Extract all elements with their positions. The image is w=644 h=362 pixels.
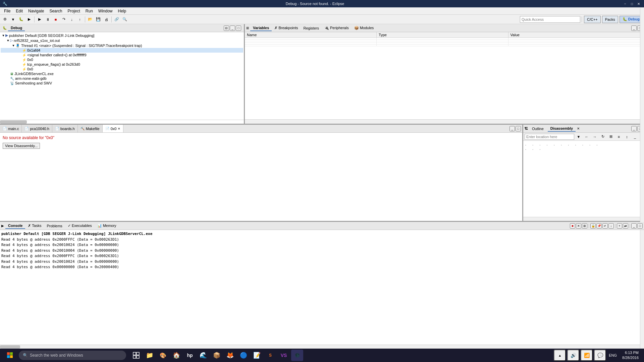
disasm-option1-btn[interactable]: ⊞	[607, 133, 614, 140]
vars-scroll-h[interactable]	[245, 120, 640, 124]
tab-pca10040[interactable]: 📄 pca10040.h	[22, 125, 52, 132]
menu-run[interactable]: Run	[83, 8, 96, 14]
tree-item-root[interactable]: ▼ ▶ publisher Default [GDB SEGGER J-Link…	[1, 33, 243, 38]
taskbar-app-vs[interactable]: VS	[278, 350, 290, 361]
step-over-btn[interactable]: ↷	[60, 16, 67, 23]
taskbar-app-eclipse[interactable]: 🌑	[291, 350, 303, 361]
tab-registers[interactable]: Registers	[301, 25, 321, 31]
tree-item-signal-handler[interactable]: ⚡ <signal handler called>() at 0xfffffff…	[1, 53, 243, 57]
menu-project[interactable]: Project	[65, 8, 83, 14]
suspend-btn[interactable]: ⏸	[44, 16, 51, 23]
taskbar-clock[interactable]: 6:13 PM 8/28/2016	[620, 350, 641, 361]
taskbar-search[interactable]: 🔍 Search the web and Windows	[19, 351, 126, 360]
taskbar-app-home[interactable]: 🏠	[170, 350, 182, 361]
tree-item-0x0-1[interactable]: ⚡ 0x0	[1, 57, 243, 62]
tray-speaker-btn[interactable]: 🔊	[567, 350, 579, 361]
vars-minimize-btn[interactable]: _	[631, 25, 637, 31]
perspective-packs[interactable]: Packs	[602, 16, 618, 23]
console-switch-btn[interactable]: ⇄	[623, 223, 628, 229]
toggle-root[interactable]: ▼	[1, 34, 5, 37]
tab-problems[interactable]: Problems	[44, 223, 65, 229]
tray-network-btn[interactable]: 📶	[581, 350, 593, 361]
console-scroll-lock-btn[interactable]: 🔒	[590, 223, 596, 229]
console-copy-btn[interactable]: ⊞	[582, 223, 587, 229]
console-maximize-btn[interactable]: □	[637, 223, 643, 229]
console-pin-btn[interactable]: 📌	[596, 223, 602, 229]
taskbar-app-segger[interactable]: S	[264, 350, 276, 361]
toggle-nrf[interactable]: ▼	[6, 39, 10, 42]
tray-notification-btn[interactable]: 💬	[594, 350, 606, 361]
tree-item-0x0-2[interactable]: ⚡ 0x0	[1, 67, 243, 71]
tab-peripherals[interactable]: 🔌 Peripherals	[322, 25, 352, 31]
debug-tab[interactable]: Debug	[8, 25, 25, 31]
tab-makefile[interactable]: 🔨 Makefile	[78, 125, 103, 132]
view-disassembly-button[interactable]: View Disassembly...	[3, 143, 40, 149]
taskbar-app-hp[interactable]: hp	[184, 350, 196, 361]
menu-search[interactable]: Search	[47, 8, 65, 14]
start-button[interactable]	[3, 350, 17, 361]
toolbar-save-btn[interactable]: 💾	[95, 16, 102, 23]
tray-expand-btn[interactable]: ▲	[554, 350, 566, 361]
tree-item-gdb[interactable]: 🔧 arm-none-eabi-gdb	[1, 76, 243, 81]
tab-console[interactable]: Console	[5, 223, 25, 229]
vars-scroll-v[interactable]	[640, 8, 644, 358]
menu-help[interactable]: Help	[115, 8, 129, 14]
taskbar-app-chrome[interactable]: 🔵	[237, 350, 250, 361]
tab-disassembly[interactable]: Disassembly	[548, 126, 576, 132]
editor-maximize-btn[interactable]: □	[516, 126, 521, 131]
collapse-all-btn[interactable]: ⊟	[224, 25, 229, 31]
stop-btn[interactable]: ■	[52, 16, 59, 23]
disasm-option3-btn[interactable]: ↕	[623, 133, 631, 140]
disasm-option2-btn[interactable]: ≡	[615, 133, 623, 140]
menu-file[interactable]: File	[1, 8, 13, 14]
toolbar-btn-1[interactable]: ⚙	[1, 16, 9, 23]
tree-item-nrf[interactable]: ▼ ▷ nrf52832_xxaa_s1xx_iot.out	[1, 38, 243, 43]
menu-navigate[interactable]: Navigate	[25, 8, 47, 14]
console-new-btn[interactable]: +	[617, 223, 622, 229]
step-return-btn[interactable]: ↑	[76, 16, 84, 23]
console-auto-scroll-btn[interactable]: ↓	[608, 223, 614, 229]
disasm-scroll-h[interactable]	[523, 217, 644, 221]
disasm-go-btn[interactable]: ▼	[575, 133, 582, 140]
tab-modules[interactable]: 📦 Modules	[352, 25, 377, 31]
disasm-forward-btn[interactable]: →	[591, 133, 598, 140]
toolbar-btn-4[interactable]: ▶	[25, 16, 33, 23]
resume-btn[interactable]: ▶	[36, 16, 43, 23]
tab-executables[interactable]: ✓ Executables	[65, 223, 95, 229]
taskbar-app-wave[interactable]: 🌊	[197, 350, 209, 361]
tab-outline[interactable]: Outline	[529, 126, 546, 131]
debug-maximize-btn[interactable]: □	[236, 25, 241, 31]
menu-window[interactable]: Window	[96, 8, 115, 14]
step-into-btn[interactable]: ↓	[68, 16, 75, 23]
disasm-minimize-btn[interactable]: _	[631, 126, 637, 131]
toolbar-btn-2[interactable]: ▼	[9, 16, 17, 23]
tab-0x0[interactable]: 📄 0x0 ✕	[103, 125, 124, 132]
debug-minimize-btn[interactable]: _	[230, 25, 235, 31]
tab-boards[interactable]: 📄 boards.h	[52, 125, 78, 132]
taskbar-app-paint[interactable]: 🎨	[157, 350, 169, 361]
tab-variables[interactable]: Variables	[250, 25, 272, 31]
console-minimize-btn[interactable]: _	[631, 223, 637, 229]
console-clear-btn[interactable]: ✕	[576, 223, 581, 229]
disasm-minimize-view-btn[interactable]: _	[631, 133, 639, 140]
minimize-button[interactable]: −	[623, 1, 628, 6]
menu-edit[interactable]: Edit	[13, 8, 25, 14]
console-word-wrap-btn[interactable]: ↵	[602, 223, 608, 229]
editor-minimize-btn[interactable]: _	[509, 126, 515, 131]
tab-tasks[interactable]: ✗ Tasks	[25, 223, 44, 229]
disasm-tab-close[interactable]: ✕	[577, 127, 580, 130]
disasm-back-btn[interactable]: ←	[583, 133, 590, 140]
debug-scrollbar-h[interactable]	[0, 120, 244, 124]
disasm-refresh-btn[interactable]: ↻	[599, 133, 606, 140]
toggle-thread[interactable]: ▼	[11, 44, 15, 47]
tab-memory[interactable]: 📊 Memory	[95, 223, 119, 229]
tab-main-c[interactable]: 📄 main.c	[0, 125, 22, 132]
toolbar-search-btn[interactable]: 🔍	[121, 16, 128, 23]
tab-0x0-close[interactable]: ✕	[118, 127, 120, 130]
debug-tree[interactable]: ▼ ▶ publisher Default [GDB SEGGER J-Link…	[0, 32, 244, 120]
taskbar-app-explorer[interactable]: 📁	[144, 350, 156, 361]
toolbar-print-btn[interactable]: 🖨	[103, 16, 110, 23]
taskbar-app-firefox[interactable]: 🦊	[224, 350, 236, 361]
tree-item-jlink[interactable]: 🖥 JLinkGDBServerCL.exe	[1, 71, 243, 76]
tree-item-semihost[interactable]: 📡 Semihosting and SWV	[1, 81, 243, 85]
